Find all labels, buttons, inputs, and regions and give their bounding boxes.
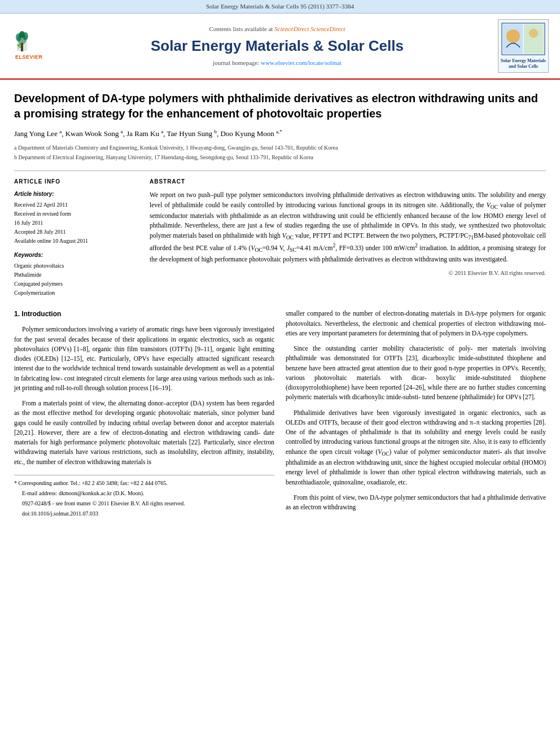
doi-footnote: doi:10.1016/j.solmat.2011.07.033	[14, 509, 274, 518]
footnotes: * Corresponding author. Tel.: +82 2 450 …	[14, 475, 274, 518]
journal-cover-thumbnail: Solar Energy Materials and Solar Cells	[498, 19, 549, 72]
affiliation-b: b Department of Electrical Engineering, …	[14, 153, 546, 161]
abstract-paragraph: We report on two push–pull type polymer …	[150, 190, 546, 264]
keyword-2: Phthalimide	[14, 270, 138, 279]
sciencedirect-link[interactable]: ScienceDirect	[274, 25, 309, 32]
elsevier-logo-area: 🌿 ELSEVIER	[11, 30, 56, 62]
accepted-date: Accepted 28 July 2011	[14, 228, 138, 237]
right-para-1: smaller compared to the number of electr…	[286, 309, 546, 338]
article-dates: Received 22 April 2011 Received in revis…	[14, 200, 138, 246]
svg-point-7	[19, 31, 25, 38]
info-abstract-section: ARTICLE INFO Article history: Received 2…	[14, 171, 546, 298]
keyword-1: Organic photovoltaics	[14, 261, 138, 270]
elsevier-logo-icon: 🌿 ELSEVIER	[14, 30, 54, 62]
journal-citation: Solar Energy Materials & Solar Cells 95 …	[206, 3, 354, 10]
svg-rect-4	[21, 43, 23, 51]
online-date: Available online 10 August 2011	[14, 237, 138, 246]
main-content: Development of DA-type polymers with pht…	[0, 80, 560, 531]
article-info-panel: ARTICLE INFO Article history: Received 2…	[14, 178, 138, 298]
right-para-3: Phthalimide derivatives have been vigoro…	[286, 408, 546, 487]
affiliations: a Department of Materials Chemistry and …	[14, 143, 546, 161]
body-content: 1. Introduction Polymer semiconductors i…	[14, 309, 546, 519]
introduction-heading: 1. Introduction	[14, 309, 274, 319]
received-revised-label: Received in revised form	[14, 209, 138, 219]
high-performance-text: high	[202, 256, 213, 263]
journal-title: Solar Energy Materials & Solar Cells	[56, 36, 498, 56]
keyword-3: Conjugated polymers	[14, 279, 138, 289]
svg-text:ELSEVIER: ELSEVIER	[15, 54, 43, 60]
homepage-url[interactable]: www.elsevier.com/locate/solmat	[261, 59, 342, 66]
keywords-list: Organic photovoltaics Phthalimide Conjug…	[14, 261, 138, 298]
body-col-left: 1. Introduction Polymer semiconductors i…	[14, 309, 274, 519]
email-footnote: E-mail address: dkmoon@konkuk.ac.kr (D.K…	[14, 489, 274, 497]
keywords-section: Keywords: Organic photovoltaics Phthalim…	[14, 251, 138, 298]
affiliation-a: a Department of Materials Chemistry and …	[14, 143, 546, 152]
article-title: Development of DA-type polymers with pht…	[14, 91, 546, 121]
right-para-4: From this point of view, two DA-type pol…	[286, 493, 546, 513]
right-para-2: Since the outstanding carrier mobility c…	[286, 344, 546, 403]
history-label: Article history:	[14, 190, 138, 198]
top-bar: Solar Energy Materials & Solar Cells 95 …	[0, 0, 560, 14]
article-info-heading: ARTICLE INFO	[14, 178, 138, 186]
svg-point-12	[506, 29, 520, 43]
right-logo-title: Solar Energy Materials and Solar Cells	[501, 58, 546, 70]
authors-line: Jang Yong Lee a, Kwan Wook Song a, Ja Ra…	[14, 128, 546, 139]
revised-date: 16 July 2011	[14, 219, 138, 228]
abstract-heading: ABSTRACT	[150, 178, 546, 186]
journal-homepage: journal homepage: www.elsevier.com/locat…	[56, 59, 498, 67]
sciencedirect-text[interactable]: ScienceDirect	[310, 25, 345, 32]
journal-header: 🌿 ELSEVIER Contents lists available at S…	[0, 14, 560, 79]
high-voc-text: high	[269, 232, 280, 239]
svg-point-14	[529, 29, 538, 38]
cover-thumbnail-icon	[501, 22, 546, 56]
contents-text: Contents lists available at	[209, 25, 273, 32]
body-col-right: smaller compared to the number of electr…	[286, 309, 546, 519]
doi-line: 0927-0248/$ - see front matter © 2011 El…	[14, 499, 274, 508]
abstract-text: We report on two push–pull type polymer …	[150, 190, 546, 278]
contents-available-line: Contents lists available at ScienceDirec…	[56, 25, 498, 33]
intro-para-2: From a materials point of view, the alte…	[14, 399, 274, 467]
keyword-4: Copolymerization	[14, 289, 138, 298]
corresponding-author: * Corresponding author. Tel.: +82 2 450 …	[14, 479, 274, 487]
homepage-label: journal homepage:	[213, 59, 259, 66]
right-logo-area: Solar Energy Materials and Solar Cells	[498, 19, 549, 72]
keywords-label: Keywords:	[14, 251, 138, 259]
journal-center-info: Contents lists available at ScienceDirec…	[56, 25, 498, 67]
svg-rect-13	[524, 24, 544, 54]
abstract-panel: ABSTRACT We report on two push–pull type…	[150, 178, 546, 298]
received-date: Received 22 April 2011	[14, 200, 138, 209]
intro-para-1: Polymer semiconductors involving a varie…	[14, 325, 274, 393]
copyright-line: © 2011 Elsevier B.V. All rights reserved…	[150, 269, 546, 278]
